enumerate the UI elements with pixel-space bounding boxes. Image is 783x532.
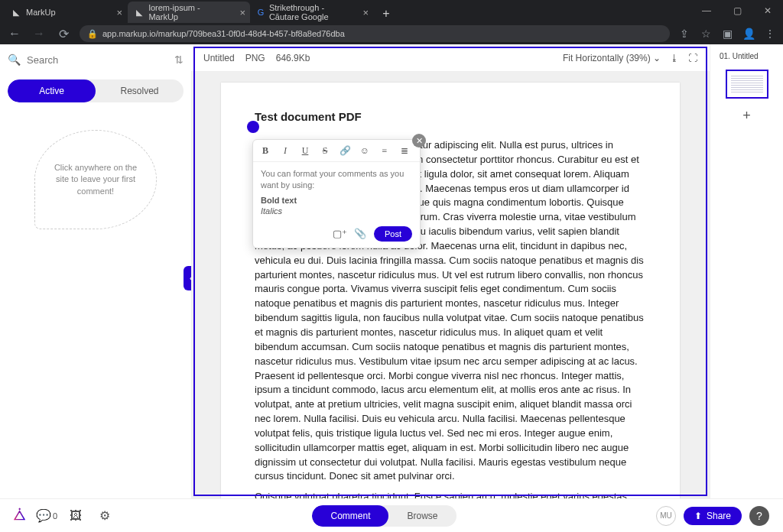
- gear-icon[interactable]: ⚙: [97, 508, 112, 524]
- close-icon[interactable]: ×: [116, 7, 122, 18]
- bold-icon[interactable]: B: [259, 144, 271, 157]
- mode-switch: Comment Browse: [312, 505, 456, 527]
- zoom-dropdown[interactable]: Fit Horizontally (39%) ⌄: [563, 53, 661, 63]
- mode-comment[interactable]: Comment: [312, 505, 388, 527]
- comment-pin[interactable]: [247, 121, 259, 133]
- post-button[interactable]: Post: [374, 226, 412, 242]
- thumbnail-1[interactable]: [726, 70, 768, 99]
- back-icon[interactable]: ←: [6, 25, 23, 42]
- forward-icon[interactable]: →: [31, 25, 47, 42]
- strikethrough-icon[interactable]: S: [319, 144, 331, 157]
- download-icon[interactable]: ⭳: [670, 53, 679, 63]
- comment-status-tabs: Active Resolved: [8, 79, 184, 102]
- canvas-area: Untitled PNG 646.9Kb Fit Horizontally (3…: [191, 44, 710, 498]
- kebab-menu-icon[interactable]: ⋮: [763, 27, 777, 41]
- extensions-icon[interactable]: ▣: [720, 27, 734, 41]
- comments-sidebar: 🔍 ⇅ Active Resolved Click anywhere on th…: [0, 44, 191, 498]
- comment-textarea[interactable]: You can format your comments as you want…: [253, 162, 420, 222]
- image-icon[interactable]: 🖼: [68, 508, 83, 524]
- tab-resolved[interactable]: Resolved: [96, 79, 184, 102]
- record-video-icon[interactable]: ▢⁺: [334, 228, 346, 240]
- browser-tab-2[interactable]: G Strikethrough - Căutare Google ×: [251, 2, 373, 23]
- comments-count-icon[interactable]: 💬0: [39, 508, 54, 524]
- document-viewport[interactable]: Test document PDF Lorem ipsum dolor sit …: [191, 72, 710, 498]
- address-bar-row: ← → ⟳ 🔒 app.markup.io/markup/709bea31-0f…: [0, 23, 783, 44]
- url-text: app.markup.io/markup/709bea31-0f0d-48d4-…: [102, 29, 345, 38]
- profile-icon[interactable]: 👤: [742, 27, 755, 41]
- document-heading: Test document PDF: [255, 110, 646, 123]
- link-icon[interactable]: 🔗: [339, 144, 351, 157]
- comment-popup: ✕ B I U S 🔗 ☺ ≡ ≣ You can format your co…: [252, 139, 421, 248]
- file-format: PNG: [245, 53, 265, 63]
- avatar[interactable]: MU: [656, 506, 676, 526]
- add-page-button[interactable]: +: [742, 108, 751, 124]
- new-tab-button[interactable]: +: [377, 5, 395, 23]
- canvas-header: Untitled PNG 646.9Kb Fit Horizontally (3…: [191, 44, 710, 72]
- upload-icon: ⬆: [694, 511, 702, 521]
- url-bar[interactable]: 🔒 app.markup.io/markup/709bea31-0f0d-48d…: [80, 25, 670, 42]
- unordered-list-icon[interactable]: ≣: [398, 144, 411, 157]
- tab-active[interactable]: Active: [8, 79, 96, 102]
- search-input[interactable]: [27, 54, 168, 66]
- document-paragraph: Quisque volutpat pharetra tincidunt. Fus…: [255, 490, 646, 498]
- emoji-icon[interactable]: ☺: [359, 144, 371, 157]
- mode-browse[interactable]: Browse: [388, 505, 456, 527]
- page-thumbnails: 01. Untitled +: [710, 44, 783, 498]
- attach-icon[interactable]: 📎: [354, 228, 366, 240]
- tab-label: lorem-ipsum - MarkUp: [148, 3, 229, 21]
- format-toolbar: B I U S 🔗 ☺ ≡ ≣: [253, 140, 420, 162]
- minimize-icon[interactable]: —: [691, 0, 722, 21]
- share-url-icon[interactable]: ⇪: [677, 27, 691, 41]
- close-icon[interactable]: ×: [239, 7, 245, 18]
- maximize-icon[interactable]: ▢: [722, 0, 752, 21]
- browser-chrome: ◣ MarkUp × ◣ lorem-ipsum - MarkUp × G St…: [0, 0, 783, 44]
- sort-icon[interactable]: ⇅: [174, 54, 184, 66]
- markup-favicon-icon: ◣: [11, 7, 21, 18]
- search-icon: 🔍: [8, 54, 21, 66]
- browser-tab-1[interactable]: ◣ lorem-ipsum - MarkUp ×: [128, 2, 250, 23]
- help-button[interactable]: ?: [749, 506, 769, 526]
- window-close-icon[interactable]: ✕: [752, 0, 783, 21]
- bottom-bar: ⧊ 💬0 🖼 ⚙ Comment Browse MU ⬆Share ?: [0, 498, 783, 532]
- fullscreen-icon[interactable]: ⛶: [688, 53, 697, 63]
- file-title: Untitled: [203, 53, 235, 63]
- markup-logo-icon[interactable]: ⧊: [14, 508, 25, 524]
- thumbnail-label: 01. Untitled: [716, 52, 759, 60]
- google-favicon-icon: G: [257, 7, 265, 18]
- bookmark-icon[interactable]: ☆: [699, 27, 713, 41]
- tab-label: Strikethrough - Căutare Google: [269, 3, 352, 21]
- markup-favicon-icon: ◣: [134, 7, 144, 18]
- markup-app: 🔍 ⇅ Active Resolved Click anywhere on th…: [0, 44, 783, 532]
- underline-icon[interactable]: U: [299, 144, 311, 157]
- empty-state-hint: Click anywhere on the site to leave your…: [34, 130, 157, 229]
- share-button[interactable]: ⬆Share: [684, 507, 742, 525]
- file-size: 646.9Kb: [276, 53, 310, 63]
- tab-label: MarkUp: [26, 8, 56, 17]
- close-icon[interactable]: ×: [362, 7, 369, 18]
- close-icon[interactable]: ✕: [412, 134, 426, 148]
- lock-icon: 🔒: [87, 29, 98, 39]
- ordered-list-icon[interactable]: ≡: [379, 144, 391, 157]
- reload-icon[interactable]: ⟳: [55, 25, 72, 42]
- tab-strip: ◣ MarkUp × ◣ lorem-ipsum - MarkUp × G St…: [0, 0, 783, 23]
- italic-icon[interactable]: I: [279, 144, 291, 157]
- browser-tab-0[interactable]: ◣ MarkUp ×: [5, 2, 127, 23]
